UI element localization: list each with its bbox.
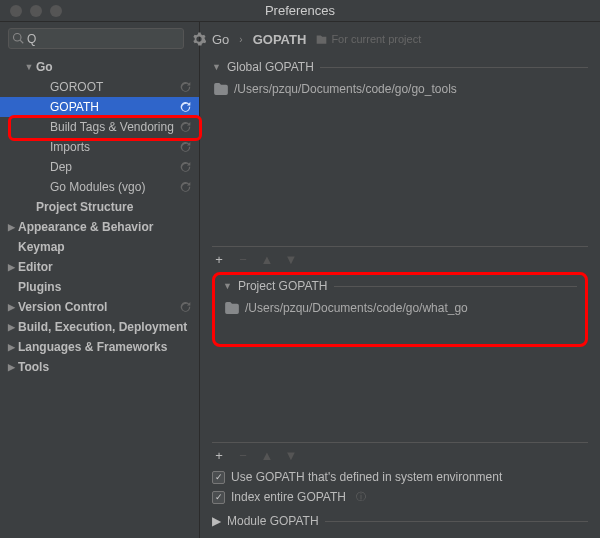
tree-item-label: Plugins <box>18 280 191 294</box>
tree-item-label: Build Tags & Vendoring <box>50 120 180 134</box>
tree-item-languages-frameworks[interactable]: ▶Languages & Frameworks <box>0 337 199 357</box>
tree-item-label: Version Control <box>18 300 180 314</box>
scope-hint: For current project <box>316 33 421 45</box>
tree-item-label: Go Modules (vgo) <box>50 180 180 194</box>
module-gopath-header[interactable]: ▶ Module GOPATH <box>212 514 588 528</box>
chevron-down-icon: ▼ <box>212 62 221 72</box>
chevron-down-icon: ▼ <box>22 62 36 72</box>
reset-icon[interactable] <box>180 102 191 113</box>
reset-icon[interactable] <box>180 122 191 133</box>
breadcrumb: Go › GOPATH For current project <box>212 28 588 50</box>
tree-item-go-modules-vgo-[interactable]: Go Modules (vgo) <box>0 177 199 197</box>
tree-item-dep[interactable]: Dep <box>0 157 199 177</box>
breadcrumb-a[interactable]: Go <box>212 32 229 47</box>
traffic-lights <box>10 5 62 17</box>
tree-item-label: GOROOT <box>50 80 180 94</box>
tree-item-label: GOPATH <box>50 100 180 114</box>
tree-item-project-structure[interactable]: Project Structure <box>0 197 199 217</box>
svg-point-0 <box>14 34 22 42</box>
chevron-right-icon: ▶ <box>4 302 18 312</box>
project-gopath-toolbar: + − ▲ ▼ <box>212 442 588 464</box>
chevron-right-icon: ▶ <box>4 342 18 352</box>
list-item[interactable]: /Users/pzqu/Documents/code/go/what_go <box>223 299 577 317</box>
settings-sidebar: ▼GoGOROOTGOPATHBuild Tags & VendoringImp… <box>0 22 200 538</box>
tree-item-label: Go <box>36 60 191 74</box>
chevron-right-icon: › <box>239 34 242 45</box>
reset-icon[interactable] <box>180 142 191 153</box>
tree-item-label: Dep <box>50 160 180 174</box>
chevron-right-icon: ▶ <box>4 222 18 232</box>
tree-item-build-tags-vendoring[interactable]: Build Tags & Vendoring <box>0 117 199 137</box>
tree-item-label: Languages & Frameworks <box>18 340 191 354</box>
path-value: /Users/pzqu/Documents/code/go/what_go <box>245 301 468 315</box>
global-gopath-header[interactable]: ▼ Global GOPATH <box>212 60 588 74</box>
tree-item-label: Tools <box>18 360 191 374</box>
reset-icon[interactable] <box>180 302 191 313</box>
tree-item-keymap[interactable]: Keymap <box>0 237 199 257</box>
path-value: /Users/pzqu/Documents/code/go/go_tools <box>234 82 457 96</box>
tree-item-label: Imports <box>50 140 180 154</box>
down-button: ▼ <box>284 252 298 267</box>
reset-icon[interactable] <box>180 182 191 193</box>
list-item[interactable]: /Users/pzqu/Documents/code/go/go_tools <box>212 80 588 98</box>
reset-icon[interactable] <box>180 82 191 93</box>
tree-item-appearance-behavior[interactable]: ▶Appearance & Behavior <box>0 217 199 237</box>
folder-icon <box>214 83 228 95</box>
project-gopath-list[interactable]: /Users/pzqu/Documents/code/go/what_go <box>223 299 577 319</box>
tree-item-label: Appearance & Behavior <box>18 220 191 234</box>
project-icon <box>316 34 327 45</box>
zoom-icon[interactable] <box>50 5 62 17</box>
search-icon <box>12 32 24 44</box>
module-gopath-label: Module GOPATH <box>227 514 319 528</box>
settings-tree[interactable]: ▼GoGOROOTGOPATHBuild Tags & VendoringImp… <box>0 55 199 538</box>
help-icon[interactable]: ⓘ <box>356 490 366 504</box>
tree-item-label: Editor <box>18 260 191 274</box>
window-titlebar: Preferences <box>0 0 600 22</box>
settings-content: Go › GOPATH For current project ▼ Global… <box>200 22 600 538</box>
checkbox-label: Index entire GOPATH <box>231 490 346 504</box>
chevron-right-icon: ▶ <box>4 362 18 372</box>
tree-item-tools[interactable]: ▶Tools <box>0 357 199 377</box>
add-button[interactable]: + <box>212 252 226 267</box>
tree-item-imports[interactable]: Imports <box>0 137 199 157</box>
global-gopath-label: Global GOPATH <box>227 60 314 74</box>
tree-item-editor[interactable]: ▶Editor <box>0 257 199 277</box>
chevron-right-icon: ▶ <box>4 322 18 332</box>
tree-item-label: Project Structure <box>36 200 191 214</box>
reset-icon[interactable] <box>180 162 191 173</box>
highlight-project-gopath: ▼ Project GOPATH /Users/pzqu/Documents/c… <box>212 272 588 347</box>
chevron-right-icon: ▶ <box>4 262 18 272</box>
chevron-right-icon: ▶ <box>212 514 221 528</box>
search-input[interactable] <box>8 28 184 49</box>
checkbox-icon[interactable]: ✓ <box>212 491 225 504</box>
breadcrumb-b: GOPATH <box>253 32 307 47</box>
project-gopath-header[interactable]: ▼ Project GOPATH <box>223 279 577 293</box>
tree-item-version-control[interactable]: ▶Version Control <box>0 297 199 317</box>
checkbox-icon[interactable]: ✓ <box>212 471 225 484</box>
minimize-icon[interactable] <box>30 5 42 17</box>
close-icon[interactable] <box>10 5 22 17</box>
tree-item-build-execution-deployment[interactable]: ▶Build, Execution, Deployment <box>0 317 199 337</box>
add-button[interactable]: + <box>212 448 226 463</box>
tree-item-goroot[interactable]: GOROOT <box>0 77 199 97</box>
tree-item-gopath[interactable]: GOPATH <box>0 97 199 117</box>
tree-item-label: Keymap <box>18 240 191 254</box>
tree-item-label: Build, Execution, Deployment <box>18 320 191 334</box>
tree-item-plugins[interactable]: Plugins <box>0 277 199 297</box>
global-gopath-list[interactable]: /Users/pzqu/Documents/code/go/go_tools <box>212 80 588 240</box>
checkbox-label: Use GOPATH that's defined in system envi… <box>231 470 502 484</box>
index-entire-gopath-checkbox[interactable]: ✓ Index entire GOPATH ⓘ <box>212 490 588 504</box>
window-title: Preferences <box>265 3 335 18</box>
folder-icon <box>225 302 239 314</box>
project-gopath-label: Project GOPATH <box>238 279 328 293</box>
tree-item-go[interactable]: ▼Go <box>0 57 199 77</box>
remove-button: − <box>236 252 250 267</box>
chevron-down-icon: ▼ <box>223 281 232 291</box>
global-gopath-toolbar: + − ▲ ▼ <box>212 246 588 268</box>
use-env-gopath-checkbox[interactable]: ✓ Use GOPATH that's defined in system en… <box>212 470 588 484</box>
up-button: ▲ <box>260 252 274 267</box>
up-button: ▲ <box>260 448 274 463</box>
remove-button: − <box>236 448 250 463</box>
svg-line-1 <box>20 40 23 43</box>
down-button: ▼ <box>284 448 298 463</box>
